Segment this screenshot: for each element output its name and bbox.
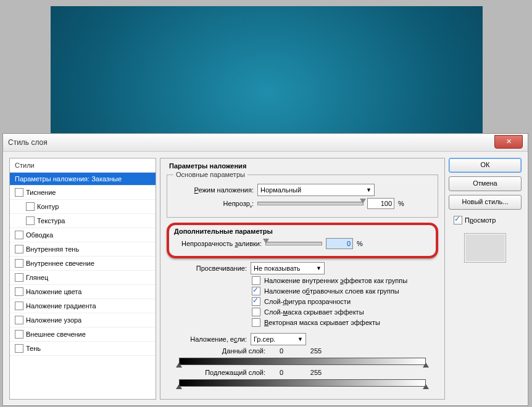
panel-title: Параметры наложения [169,162,438,170]
basic-legend: Основные параметры [173,171,247,178]
under-layer-label: Подлежащий слой: [197,369,265,376]
chevron-down-icon: ▼ [316,265,322,271]
sidebar-item-7[interactable]: Глянец [10,271,156,285]
sidebar-item-label: Тень [26,345,41,352]
blendif-select[interactable]: Гр.сер. ▼ [251,333,306,345]
fill-opacity-slider[interactable] [265,242,322,245]
preview-checkbox-row[interactable]: Просмотр [449,213,522,227]
slider-thumb-icon [263,239,269,244]
blend-mode-select[interactable]: Нормальный ▼ [257,184,375,196]
style-checkbox[interactable] [15,287,23,296]
chk-vector-mask-hides[interactable] [252,318,260,327]
close-icon: ✕ [506,138,512,145]
chk-label: Наложение внутренних эффектов как группы [264,277,407,284]
sidebar-item-label: Тиснение [26,189,56,196]
sidebar-item-0[interactable]: Параметры наложения: Заказные [10,173,156,186]
chk-layer-mask-hides[interactable] [252,308,260,316]
style-checkbox[interactable] [15,259,23,268]
sidebar-item-label: Наложение узора [26,316,81,324]
chk-label: Слой-маска скрывает эффекты [264,308,364,316]
sidebar-item-label: Внутреннее свечение [26,260,94,267]
sidebar-item-label: Внутренняя тень [26,245,79,253]
sidebar-item-3[interactable]: Текстура [10,214,156,228]
sidebar-item-10[interactable]: Наложение узора [10,313,156,327]
percent-label: % [357,240,363,247]
style-checkbox[interactable] [15,344,23,353]
blend-mode-value: Нормальный [260,186,301,194]
chevron-down-icon: ▼ [297,336,303,342]
slider-thumb-icon [360,199,366,204]
knockout-label: Просвечивание: [167,265,247,272]
sidebar-item-8[interactable]: Наложение цвета [10,285,156,299]
sidebar-header: Стили [10,158,156,173]
gradient-track [179,379,426,387]
sidebar-item-label: Наложение цвета [26,288,81,295]
this-low: 0 [269,347,294,355]
style-checkbox[interactable] [26,202,35,211]
slider-thumb-icon [176,384,182,389]
sidebar-item-label: Наложение градиента [26,302,96,310]
style-checkbox[interactable] [15,316,23,324]
style-checkbox[interactable] [15,302,23,310]
opacity-input[interactable]: 100 [367,198,394,209]
cancel-button[interactable]: Отмена [449,176,522,191]
ok-button[interactable]: ОК [449,158,522,173]
this-layer-slider[interactable] [179,356,426,365]
style-checkbox[interactable] [15,245,23,253]
window-title: Стиль слоя [8,138,48,147]
preview-label: Просмотр [465,216,496,224]
styles-sidebar: Стили Параметры наложения: ЗаказныеТисне… [9,158,156,400]
style-checkbox[interactable] [15,273,23,282]
under-high: 255 [297,369,335,376]
preview-swatch [464,233,506,263]
dialog-content: Стили Параметры наложения: ЗаказныеТисне… [3,152,528,406]
percent-label: % [398,200,404,207]
blendif-label: Наложение, если: [167,335,247,343]
style-checkbox[interactable] [15,188,23,197]
sidebar-item-label: Параметры наложения: Заказные [15,175,122,183]
sidebar-item-4[interactable]: Обводка [10,228,156,242]
under-low: 0 [269,369,294,376]
style-checkbox[interactable] [15,231,23,239]
sidebar-item-6[interactable]: Внутреннее свечение [10,257,156,271]
basic-params-group: Основные параметры Режим наложения: Норм… [167,171,438,218]
layer-style-dialog: Стиль слоя ✕ Стили Параметры наложения: … [2,133,528,406]
style-checkbox[interactable] [15,330,23,339]
knockout-select[interactable]: Не показывать ▼ [251,262,325,274]
chk-label: Слой-фигура прозрачности [264,298,351,305]
sidebar-item-label: Контур [37,203,59,210]
under-layer-slider[interactable] [179,378,426,387]
sidebar-item-2[interactable]: Контур [10,200,156,214]
sidebar-item-11[interactable]: Внешнее свечение [10,327,156,342]
opacity-label: Непрозр.: [173,200,254,207]
slider-thumb-icon [176,363,182,368]
slider-thumb-icon [423,363,429,368]
sidebar-item-label: Глянец [26,274,48,281]
slider-thumb-icon [423,384,429,389]
right-buttons: ОК Отмена Новый стиль... Просмотр [449,158,522,400]
fill-opacity-input[interactable]: 0 [326,238,353,249]
chk-inner-effects[interactable] [252,276,260,285]
sidebar-item-5[interactable]: Внутренняя тень [10,242,156,257]
fill-opacity-highlight: Дополнительные параметры Непрозрачность … [167,223,438,258]
chk-label: Наложение обтравочных слоев как группы [264,287,399,295]
sidebar-item-label: Обводка [26,231,53,239]
opacity-slider[interactable] [257,202,364,205]
sidebar-item-9[interactable]: Наложение градиента [10,299,156,313]
sidebar-item-1[interactable]: Тиснение [10,186,156,200]
style-checkbox[interactable] [26,216,35,225]
close-button[interactable]: ✕ [494,135,523,149]
sidebar-item-label: Текстура [37,217,65,224]
main-panel: Параметры наложения Основные параметры Р… [160,158,445,400]
knockout-value: Не показывать [254,265,301,272]
chevron-down-icon: ▼ [366,187,372,193]
this-layer-label: Данный слой: [197,347,265,355]
chk-clipped-layers[interactable] [252,287,260,295]
new-style-button[interactable]: Новый стиль... [449,195,522,210]
titlebar: Стиль слоя ✕ [3,134,528,152]
preview-checkbox[interactable] [454,216,462,224]
chk-label: Векторная маска скрывает эффекты [264,319,380,326]
sidebar-item-12[interactable]: Тень [10,342,156,356]
gradient-track [179,358,426,365]
chk-transparency-shapes[interactable] [252,297,260,306]
